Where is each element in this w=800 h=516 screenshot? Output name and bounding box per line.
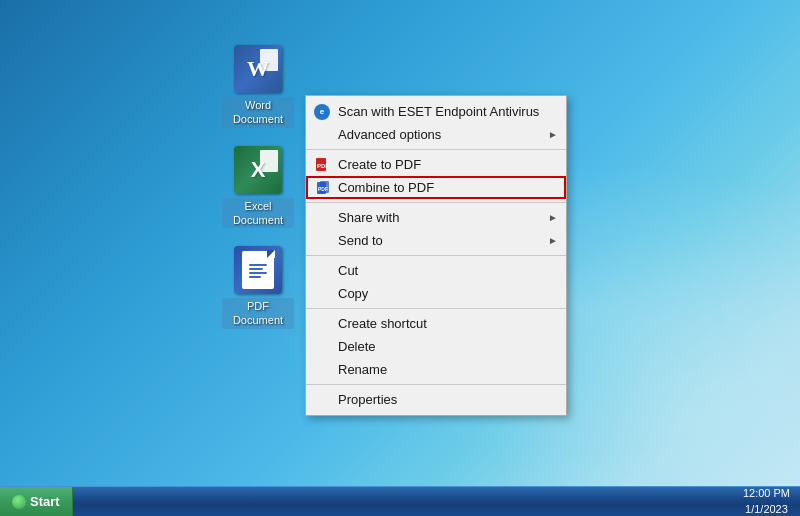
- eset-shield-icon: e: [314, 104, 330, 120]
- menu-item-share-with[interactable]: Share with ►: [306, 206, 566, 229]
- word-document-icon[interactable]: W Word Document: [222, 45, 294, 128]
- svg-text:PDF: PDF: [317, 163, 329, 169]
- separator-4: [306, 308, 566, 309]
- pdf-small-icon: PDF: [314, 157, 330, 173]
- share-arrow-icon: ►: [548, 212, 558, 223]
- pdf-line-2: [249, 268, 263, 270]
- context-menu: e Scan with ESET Endpoint Antivirus Adva…: [305, 95, 567, 416]
- cut-label: Cut: [338, 263, 558, 278]
- create-pdf-icon: PDF: [312, 157, 332, 173]
- clock-time: 12:00 PM: [743, 486, 790, 501]
- menu-item-scan-eset[interactable]: e Scan with ESET Endpoint Antivirus: [306, 100, 566, 123]
- separator-5: [306, 384, 566, 385]
- excel-document-icon[interactable]: X Excel Document: [222, 146, 294, 229]
- taskbar-clock: 12:00 PM 1/1/2023: [733, 486, 800, 516]
- separator-3: [306, 255, 566, 256]
- combine-pdf-small-icon: PDF: [316, 180, 332, 196]
- excel-document-label: Excel Document: [222, 198, 294, 229]
- start-label: Start: [30, 494, 60, 509]
- send-arrow-icon: ►: [548, 235, 558, 246]
- pdf-line-3: [249, 272, 267, 274]
- create-shortcut-label: Create shortcut: [338, 316, 558, 331]
- pdf-document-icon[interactable]: PDF Document: [222, 246, 294, 329]
- taskbar: Start 12:00 PM 1/1/2023: [0, 486, 800, 516]
- menu-item-rename[interactable]: Rename: [306, 358, 566, 381]
- properties-label: Properties: [338, 392, 558, 407]
- start-button[interactable]: Start: [0, 487, 73, 517]
- start-orb: [12, 495, 26, 509]
- word-icon-image: W: [234, 45, 282, 93]
- pdf-icon-image: [234, 246, 282, 294]
- word-letter: W: [247, 56, 269, 82]
- eset-icon: e: [312, 104, 332, 120]
- create-pdf-label: Create to PDF: [338, 157, 558, 172]
- desktop-icons: W Word Document X Excel Document: [222, 45, 294, 329]
- menu-item-combine-pdf[interactable]: PDF Combine to PDF: [306, 176, 566, 199]
- send-to-label: Send to: [338, 233, 548, 248]
- clock-date: 1/1/2023: [743, 502, 790, 517]
- menu-item-create-shortcut[interactable]: Create shortcut: [306, 312, 566, 335]
- menu-item-advanced-options[interactable]: Advanced options ►: [306, 123, 566, 146]
- separator-1: [306, 149, 566, 150]
- separator-2: [306, 202, 566, 203]
- menu-item-delete[interactable]: Delete: [306, 335, 566, 358]
- menu-item-cut[interactable]: Cut: [306, 259, 566, 282]
- menu-item-create-pdf[interactable]: PDF Create to PDF: [306, 153, 566, 176]
- svg-text:PDF: PDF: [318, 186, 328, 192]
- arrow-icon: ►: [548, 129, 558, 140]
- pdf-lines: [245, 258, 271, 282]
- word-document-label: Word Document: [222, 97, 294, 128]
- combine-pdf-icon: PDF: [314, 180, 334, 196]
- scan-eset-label: Scan with ESET Endpoint Antivirus: [338, 104, 558, 119]
- share-with-label: Share with: [338, 210, 548, 225]
- menu-item-copy[interactable]: Copy: [306, 282, 566, 305]
- excel-letter: X: [251, 157, 266, 183]
- menu-item-properties[interactable]: Properties: [306, 388, 566, 411]
- pdf-doc-shape: [242, 251, 274, 289]
- combine-pdf-label: Combine to PDF: [338, 180, 558, 195]
- advanced-options-label: Advanced options: [338, 127, 548, 142]
- delete-label: Delete: [338, 339, 558, 354]
- excel-icon-image: X: [234, 146, 282, 194]
- pdf-line-1: [249, 264, 267, 266]
- rename-label: Rename: [338, 362, 558, 377]
- desktop: W Word Document X Excel Document: [0, 0, 800, 516]
- pdf-line-4: [249, 276, 261, 278]
- copy-label: Copy: [338, 286, 558, 301]
- pdf-document-label: PDF Document: [222, 298, 294, 329]
- menu-item-send-to[interactable]: Send to ►: [306, 229, 566, 252]
